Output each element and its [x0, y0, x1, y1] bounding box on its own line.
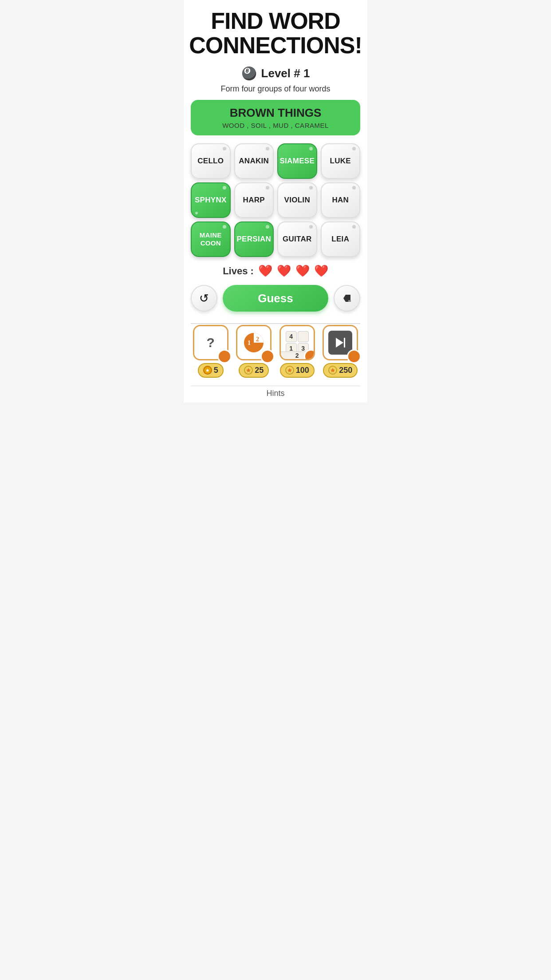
- tile-sphynx[interactable]: SPHYNX: [191, 182, 231, 218]
- hints-grid: ? ★ 5 1 2: [191, 325, 360, 378]
- coin-4: [328, 366, 337, 375]
- tile-han[interactable]: HAN: [321, 182, 361, 218]
- tile-violin[interactable]: VIOLIN: [277, 182, 317, 218]
- word-grid: CELLO ANAKIN SIAMESE LUKE SPHYNX HARP VI…: [191, 143, 360, 257]
- hint-card-2[interactable]: 1 2 25: [234, 325, 274, 378]
- tile-leia[interactable]: LEIA: [321, 221, 361, 257]
- coin-3: [285, 366, 294, 375]
- level-row: 🎱 Level # 1: [241, 66, 310, 81]
- app-container: FIND WORDCONNECTIONS! 🎱 Level # 1 Form f…: [184, 0, 367, 403]
- coin-1: ★: [203, 366, 212, 375]
- level-icon: 🎱: [241, 66, 257, 81]
- tile-harp[interactable]: HARP: [234, 182, 274, 218]
- banner-words: WOOD , SOIL , MUD , CARAMEL: [200, 122, 351, 129]
- cost-2: 25: [255, 366, 264, 375]
- hints-section: ? ★ 5 1 2: [191, 325, 360, 399]
- svg-marker-5: [246, 368, 251, 372]
- hint-icon-1: ?: [193, 325, 228, 360]
- erase-button[interactable]: [334, 285, 360, 312]
- hint-paper-1: ?: [207, 335, 215, 350]
- shuffle-button[interactable]: ↺: [191, 285, 217, 312]
- divider-top: [191, 323, 360, 324]
- tile-persian[interactable]: PERSIAN: [234, 221, 274, 257]
- action-row: ↺ Guess: [191, 285, 360, 312]
- svg-text:2: 2: [256, 336, 259, 343]
- guess-button[interactable]: Guess: [223, 285, 328, 312]
- tile-anakin[interactable]: ANAKIN: [234, 143, 274, 179]
- svg-marker-9: [331, 368, 335, 372]
- tile-cello[interactable]: CELLO: [191, 143, 231, 179]
- cost-badge-1: ★ 5: [198, 363, 224, 378]
- hint-icon-4: [323, 325, 358, 360]
- page-title: FIND WORDCONNECTIONS!: [189, 9, 362, 57]
- tile-luke[interactable]: LUKE: [321, 143, 361, 179]
- cost-1: 5: [214, 366, 218, 375]
- cost-3: 100: [296, 366, 309, 375]
- cost-4: 250: [339, 366, 352, 375]
- hint-badge-2: [260, 349, 275, 364]
- hint-icon-3: 4 1 3 2: [279, 325, 315, 360]
- cost-badge-3: 100: [280, 363, 315, 378]
- divider-bottom: [191, 386, 360, 387]
- hint-icon-2: 1 2: [236, 325, 272, 360]
- heart-2: ❤️: [277, 264, 291, 278]
- level-text: Level # 1: [261, 67, 310, 80]
- svg-marker-6: [287, 368, 292, 372]
- subtitle: Form four groups of four words: [220, 84, 330, 94]
- lives-row: Lives : ❤️ ❤️ ❤️ ❤️: [223, 264, 328, 278]
- svg-rect-8: [344, 338, 345, 348]
- cost-badge-4: 250: [323, 363, 358, 378]
- question-icon: ?: [207, 335, 215, 350]
- green-banner: BROWN THINGS WOOD , SOIL , MUD , CARAMEL: [191, 100, 360, 135]
- svg-text:1: 1: [248, 340, 251, 346]
- hint-badge-1: [217, 349, 232, 364]
- heart-1: ❤️: [258, 264, 272, 278]
- heart-4: ❤️: [314, 264, 328, 278]
- hint-badge-4: [347, 349, 361, 364]
- tile-guitar[interactable]: GUITAR: [277, 221, 317, 257]
- play-next-svg: [335, 337, 346, 348]
- banner-title: BROWN THINGS: [200, 106, 351, 120]
- svg-marker-7: [336, 338, 343, 348]
- tile-siamese[interactable]: SIAMESE: [277, 143, 317, 179]
- svg-rect-1: [348, 300, 351, 302]
- cost-badge-2: 25: [239, 363, 269, 378]
- hint-card-4[interactable]: 250: [321, 325, 361, 378]
- hint-card-3[interactable]: 4 1 3 2 100: [277, 325, 317, 378]
- hint-card-1[interactable]: ? ★ 5: [191, 325, 231, 378]
- lives-label: Lives :: [223, 265, 254, 277]
- hints-section-label: Hints: [266, 389, 284, 398]
- heart-3: ❤️: [295, 264, 310, 278]
- coin-2: [244, 366, 253, 375]
- eraser-icon: [342, 293, 352, 303]
- tile-maine-coon[interactable]: MAINECOON: [191, 221, 231, 257]
- pie-12-icon: 1 2: [243, 332, 265, 354]
